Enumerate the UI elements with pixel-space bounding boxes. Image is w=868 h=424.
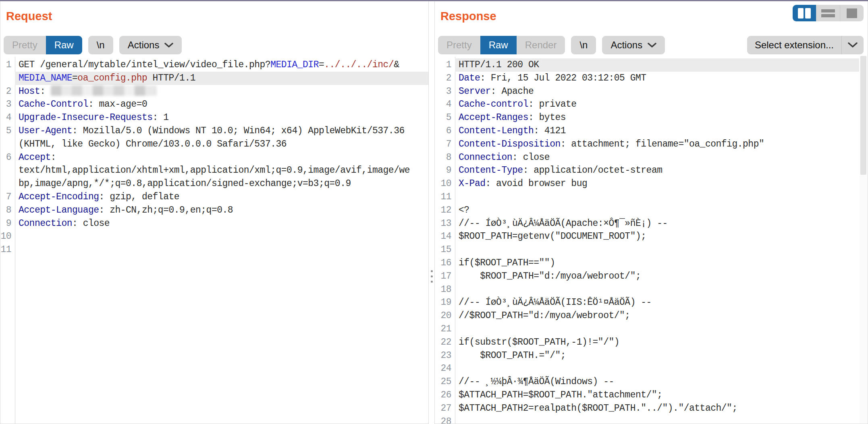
line-number: 20 [435,309,455,323]
line-number: 5 [0,124,15,138]
splitter-grip-icon [431,270,433,272]
line-number: 15 [435,243,455,256]
code-line: 10 [0,230,428,243]
line-number: 27 [435,402,455,415]
rows-layout-icon [821,8,835,19]
columns-layout-icon [797,8,811,19]
line-number: 10 [0,230,15,243]
code-line: 14$ROOT_PATH=getenv("DOCUMENT_ROOT"); [435,230,859,243]
message-editor: Request Pretty Raw \n Actions 1GET /gene… [0,1,868,424]
select-extension-dropdown[interactable]: Select extension... [747,36,864,54]
tab-render[interactable]: Render [517,36,565,54]
code-line: 18 [435,283,859,296]
line-number: 1 [0,58,15,72]
line-number [0,138,15,151]
splitter-grip-icon [431,275,433,277]
line-number: 11 [435,190,455,204]
line-number: 17 [435,270,455,283]
code-line: 16if($ROOT_PATH=="") [435,256,859,270]
chevron-down-icon [848,42,858,48]
line-number: 23 [435,349,455,362]
code-line: 8Accept-Language: zh-CN,zh;q=0.9,en;q=0.… [0,204,428,217]
code-line: 6Content-Length: 4121 [435,124,859,138]
line-number: 2 [435,72,455,85]
request-title: Request [6,10,52,23]
line-number: 14 [435,230,455,243]
code-line: 17 $ROOT_PATH="d:/myoa/webroot/"; [435,270,859,283]
line-number: 13 [435,217,455,230]
chevron-down-icon [648,43,656,48]
tab-newline[interactable]: \n [88,36,113,54]
response-view-tabs: Pretty Raw Render [438,36,565,54]
code-line: 7Accept-Encoding: gzip, deflate [0,190,428,204]
layout-rows-button[interactable] [816,5,840,21]
code-line: 26$ATTACH_PATH=$ROOT_PATH."attachment/"; [435,389,859,402]
line-number: 10 [435,177,455,190]
select-extension-label: Select extension... [747,39,841,51]
chevron-down-icon [164,43,173,48]
code-line: 2Date: Fri, 15 Jul 2022 03:12:05 GMT [435,72,859,85]
tab-pretty[interactable]: Pretty [4,36,46,54]
request-header: Request [0,1,428,23]
response-editor[interactable]: 1HTTP/1.1 200 OK2Date: Fri, 15 Jul 2022 … [435,57,859,424]
code-line: 7Content-Disposition: attachment; filena… [435,138,859,151]
code-line: 9Content-Type: application/octet-stream [435,164,859,177]
line-number: 8 [435,151,455,164]
tab-pretty[interactable]: Pretty [438,36,480,54]
code-line: 13//-- ÍøÒ³¸ùÄ¿Â¼ÅäÖÃ(Apache:×Ô¶¯»ñÈ¡) -… [435,217,859,230]
code-line: 11 [0,243,428,256]
actions-button[interactable]: Actions [119,36,182,54]
line-number: 1 [435,58,455,72]
tab-raw[interactable]: Raw [46,36,82,54]
code-line: 1GET /general/mytable/intel_view/video_f… [0,58,428,72]
code-line: bp,image/apng,*/*;q=0.8,application/sign… [0,177,428,190]
code-line: 4Cache-control: private [435,98,859,111]
response-scrollbar[interactable] [860,56,867,423]
line-number: 3 [435,85,455,98]
code-line: (KHTML, like Gecko) Chrome/103.0.0.0 Saf… [0,138,428,151]
line-number: 12 [435,204,455,217]
line-number: 22 [435,336,455,349]
line-number: 3 [0,98,15,111]
actions-label: Actions [128,39,160,51]
line-number: 24 [435,362,455,375]
layout-columns-button[interactable] [793,5,816,21]
code-line: 28 [435,415,859,424]
line-number [0,164,15,177]
code-line: 24 [435,362,859,375]
code-line: 9Connection: close [0,217,428,230]
code-line: MEDIA_NAME=oa_config.php HTTP/1.1 [0,72,428,85]
code-line: 3Server: Apache [435,85,859,98]
line-number: 4 [0,111,15,124]
line-number: 21 [435,323,455,336]
tab-newline[interactable]: \n [571,36,596,54]
code-line: 12<? [435,204,859,217]
code-line: 10X-Pad: avoid browser bug [435,177,859,190]
code-line: text/html,application/xhtml+xml,applicat… [0,164,428,177]
code-line: 11 [435,190,859,204]
layout-single-button[interactable] [840,5,864,21]
code-line: 19//-- ÍøÒ³¸ùÄ¿Â¼ÅäÖÃ(IIS:ÊÖ¹¤ÅäÖÃ) -- [435,296,859,309]
request-pane: Request Pretty Raw \n Actions 1GET /gene… [0,1,429,424]
line-number: 8 [0,204,15,217]
line-number: 6 [435,124,455,138]
line-number: 28 [435,415,455,424]
scrollbar-thumb[interactable] [860,56,866,175]
splitter-grip-icon [431,281,433,283]
pane-splitter[interactable] [429,1,434,424]
line-number: 7 [0,190,15,204]
tab-raw[interactable]: Raw [480,36,517,54]
actions-button[interactable]: Actions [602,36,665,54]
code-line: 22if(substr($ROOT_PATH,-1)!="/") [435,336,859,349]
code-line: 5Accept-Ranges: bytes [435,111,859,124]
code-line: 8Connection: close [435,151,859,164]
code-line: 25//-- ¸½¼þÂ·¾¶ÅäÖÃ(Windows) -- [435,375,859,389]
code-line: 6Accept: [0,151,428,164]
line-number: 11 [0,243,15,256]
code-line: 4Upgrade-Insecure-Requests: 1 [0,111,428,124]
code-line: 15 [435,243,859,256]
code-line: 5User-Agent: Mozilla/5.0 (Windows NT 10.… [0,124,428,138]
line-number: 7 [435,138,455,151]
request-editor[interactable]: 1GET /general/mytable/intel_view/video_f… [0,57,428,424]
response-header: Response [435,1,868,23]
